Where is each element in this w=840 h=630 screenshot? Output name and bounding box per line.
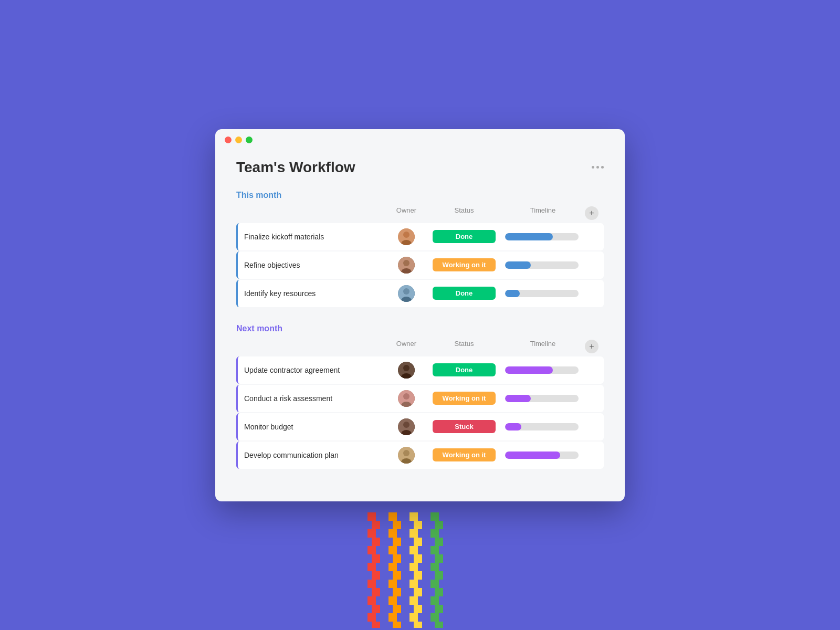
timeline-col-header: Timeline [501, 206, 585, 220]
timeline-fill [505, 395, 531, 402]
task-name: Identify key resources [238, 289, 385, 298]
next-month-header: Next month [236, 324, 604, 333]
avatar [398, 362, 415, 379]
svg-rect-51 [410, 529, 418, 538]
timeline-fill [505, 233, 553, 240]
task-name: Monitor budget [238, 423, 385, 431]
svg-rect-52 [414, 538, 422, 546]
svg-rect-40 [393, 554, 401, 563]
timeline-cell [501, 290, 585, 297]
timeline-bar [505, 395, 579, 402]
table-row: Identify key resources Done [236, 280, 604, 307]
owner-cell [385, 228, 427, 245]
owner-cell [385, 390, 427, 407]
more-options-button[interactable] [592, 166, 604, 169]
maximize-button[interactable] [246, 136, 253, 143]
svg-point-4 [403, 260, 410, 266]
traffic-lights [225, 136, 253, 143]
status-cell: Stuck [427, 420, 501, 433]
title-bar [215, 129, 625, 149]
svg-rect-46 [393, 605, 401, 613]
svg-rect-72 [435, 588, 443, 596]
status-cell: Working on it [427, 448, 501, 461]
svg-rect-23 [368, 529, 376, 538]
timeline-fill [505, 261, 531, 269]
svg-rect-60 [414, 605, 422, 613]
table-row: Monitor budget Stuck [236, 413, 604, 440]
status-badge: Done [433, 363, 496, 376]
timeline-cell [501, 261, 585, 269]
svg-rect-73 [430, 596, 439, 605]
next-month-title: Next month [236, 324, 282, 333]
status-cell: Done [427, 230, 501, 243]
svg-rect-25 [368, 546, 376, 554]
svg-point-10 [403, 365, 410, 371]
timeline-fill [505, 366, 553, 374]
svg-rect-42 [393, 571, 401, 580]
minimize-button[interactable] [235, 136, 242, 143]
timeline-fill [505, 290, 520, 297]
timeline-cell [501, 452, 585, 459]
svg-rect-53 [410, 546, 418, 554]
status-badge: Working on it [433, 258, 496, 271]
svg-rect-64 [435, 521, 443, 529]
decorative-zigzag [336, 512, 504, 630]
add-next-month-button[interactable]: + [585, 340, 598, 353]
add-this-month-button[interactable]: + [585, 206, 598, 220]
svg-rect-34 [372, 622, 380, 628]
zigzag-svg [336, 512, 504, 628]
avatar [398, 447, 415, 464]
svg-rect-55 [410, 563, 418, 571]
svg-rect-37 [388, 529, 397, 538]
task-name: Refine objectives [238, 261, 385, 269]
avatar [398, 418, 415, 435]
task-name: Update contractor agreement [238, 366, 385, 374]
add-col-header: + [585, 206, 604, 220]
next-month-rows: Update contractor agreement Done [236, 356, 604, 469]
table-row: Refine objectives Working on it [236, 251, 604, 279]
table-row: Finalize kickoff materials Done [236, 223, 604, 250]
avatar [398, 228, 415, 245]
svg-rect-67 [430, 546, 439, 554]
svg-point-1 [403, 232, 410, 238]
svg-rect-22 [372, 521, 380, 529]
svg-rect-54 [414, 554, 422, 563]
status-badge: Working on it [433, 392, 496, 405]
task-name: Conduct a risk assessment [238, 394, 385, 403]
timeline-bar [505, 233, 579, 240]
svg-rect-69 [430, 563, 439, 571]
svg-rect-21 [368, 512, 376, 521]
svg-rect-62 [414, 622, 422, 628]
svg-rect-36 [393, 521, 401, 529]
timeline-cell [501, 233, 585, 240]
svg-rect-57 [410, 580, 418, 588]
timeline-bar [505, 290, 579, 297]
owner-cell [385, 257, 427, 274]
this-month-rows: Finalize kickoff materials Done [236, 223, 604, 307]
svg-rect-56 [414, 571, 422, 580]
timeline-bar [505, 261, 579, 269]
svg-rect-48 [393, 622, 401, 628]
svg-rect-75 [430, 613, 439, 622]
svg-rect-28 [372, 571, 380, 580]
table-row: Update contractor agreement Done [236, 356, 604, 384]
status-cell: Done [427, 363, 501, 376]
status-badge: Done [433, 230, 496, 243]
status-cell: Working on it [427, 258, 501, 271]
dot3 [601, 166, 604, 169]
svg-rect-70 [435, 571, 443, 580]
svg-rect-33 [368, 613, 376, 622]
svg-rect-44 [393, 588, 401, 596]
owner-col-header: Owner [385, 206, 427, 220]
svg-rect-24 [372, 538, 380, 546]
owner-col-header: Owner [385, 340, 427, 353]
owner-cell [385, 418, 427, 435]
svg-rect-71 [430, 580, 439, 588]
page-title: Team's Workflow [236, 159, 355, 176]
svg-rect-26 [372, 554, 380, 563]
close-button[interactable] [225, 136, 232, 143]
app-window: Team's Workflow This month Owner Status … [215, 129, 625, 501]
status-badge: Done [433, 287, 496, 300]
status-col-header: Status [427, 340, 501, 353]
this-month-table-header: Owner Status Timeline + [236, 206, 604, 223]
